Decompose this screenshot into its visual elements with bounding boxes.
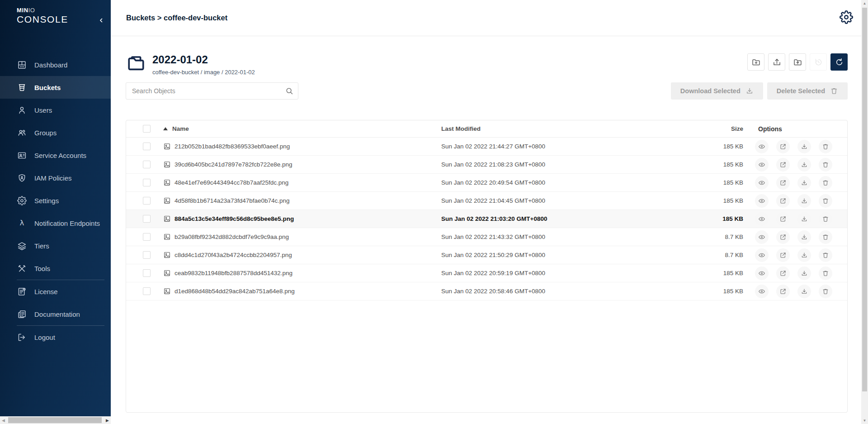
download-object-button[interactable] xyxy=(797,230,811,244)
object-row[interactable]: c8dd4c1d270f43a2b4724ccbb2204957.pngSun … xyxy=(126,246,847,264)
sidebar-item-buckets[interactable]: Buckets xyxy=(0,76,111,99)
delete-object-button[interactable] xyxy=(819,140,832,153)
row-checkbox[interactable] xyxy=(143,197,151,205)
object-row[interactable]: 212b052b1bad482fb8369533ebf0aeef.pngSun … xyxy=(126,138,847,156)
new-path-button[interactable] xyxy=(747,53,764,71)
gear-icon xyxy=(840,10,853,24)
preview-button[interactable] xyxy=(755,248,769,262)
row-checkbox[interactable] xyxy=(143,269,151,277)
object-name: 48e41ef7e69c443494cc78b7aaf25fdc.png xyxy=(175,179,288,186)
row-checkbox[interactable] xyxy=(143,215,151,223)
open-object-button[interactable] xyxy=(776,285,790,298)
sidebar-item-license[interactable]: License xyxy=(0,280,111,303)
object-row[interactable]: ceab9832b11948bfb2887578dd451432.pngSun … xyxy=(126,264,847,282)
download-object-button[interactable] xyxy=(797,140,811,153)
scroll-down-arrow-icon[interactable]: ▼ xyxy=(861,419,868,423)
scroll-up-arrow-icon[interactable]: ▲ xyxy=(861,1,868,5)
preview-icon xyxy=(758,161,765,168)
row-checkbox[interactable] xyxy=(143,287,151,295)
row-checkbox[interactable] xyxy=(143,179,151,186)
preview-button[interactable] xyxy=(755,194,769,208)
select-all-checkbox[interactable] xyxy=(143,125,151,133)
preview-button[interactable] xyxy=(755,158,769,172)
search-input[interactable] xyxy=(126,82,298,100)
open-object-button[interactable] xyxy=(776,158,790,172)
sidebar-horizontal-scrollbar[interactable]: ◀ ▶ xyxy=(0,416,111,424)
sidebar-collapse-button[interactable] xyxy=(96,15,106,25)
object-row[interactable]: 39cd6b405bc241d7897e782fcb722e8e.pngSun … xyxy=(126,156,847,174)
open-object-icon xyxy=(779,197,787,205)
sidebar-item-tiers[interactable]: Tiers xyxy=(0,234,111,257)
sidebar-item-groups[interactable]: Groups xyxy=(0,121,111,144)
sidebar-item-users[interactable]: Users xyxy=(0,99,111,121)
row-checkbox[interactable] xyxy=(143,233,151,241)
delete-object-button[interactable] xyxy=(819,158,832,172)
row-checkbox[interactable] xyxy=(143,251,151,259)
open-object-button[interactable] xyxy=(776,230,790,244)
download-object-button[interactable] xyxy=(797,285,811,298)
download-object-button[interactable] xyxy=(797,212,811,226)
delete-object-button[interactable] xyxy=(819,248,832,262)
row-checkbox[interactable] xyxy=(143,161,151,168)
preview-button[interactable] xyxy=(755,212,769,226)
upload-file-button[interactable] xyxy=(768,53,785,71)
download-selected-button[interactable]: Download Selected xyxy=(671,82,763,100)
open-object-button[interactable] xyxy=(776,267,790,280)
open-object-icon xyxy=(779,179,787,186)
image-file-icon xyxy=(163,233,171,241)
open-object-button[interactable] xyxy=(776,212,790,226)
open-object-button[interactable] xyxy=(776,248,790,262)
object-row[interactable]: d1ed868d48b54dd29ac842ab751a64e8.pngSun … xyxy=(126,282,847,300)
preview-button[interactable] xyxy=(755,140,769,153)
preview-button[interactable] xyxy=(755,230,769,244)
breadcrumb[interactable]: Buckets > coffee-dev-bucket xyxy=(126,14,227,22)
refresh-button[interactable] xyxy=(830,53,848,71)
delete-object-button[interactable] xyxy=(819,230,832,244)
download-object-icon xyxy=(801,179,808,186)
vertical-scrollbar-thumb[interactable] xyxy=(862,8,867,391)
row-checkbox[interactable] xyxy=(143,143,151,150)
delete-object-button[interactable] xyxy=(819,285,832,298)
page-vertical-scrollbar[interactable]: ▲ ▼ xyxy=(861,0,868,424)
object-row[interactable]: 48e41ef7e69c443494cc78b7aaf25fdc.pngSun … xyxy=(126,174,847,192)
delete-object-button[interactable] xyxy=(819,267,832,280)
download-object-button[interactable] xyxy=(797,194,811,208)
column-header-name[interactable]: Name xyxy=(151,125,431,132)
download-object-button[interactable] xyxy=(797,176,811,190)
upload-folder-button[interactable] xyxy=(789,53,806,71)
preview-button[interactable] xyxy=(755,285,769,298)
open-object-button[interactable] xyxy=(776,140,790,153)
open-object-button[interactable] xyxy=(776,194,790,208)
delete-object-button[interactable] xyxy=(819,212,832,226)
sidebar-item-iam-policies[interactable]: IAM Policies xyxy=(0,167,111,189)
horizontal-scrollbar-thumb[interactable] xyxy=(8,417,102,423)
sidebar-item-service-accounts[interactable]: Service Accounts xyxy=(0,144,111,167)
object-row[interactable]: b29a08fbf92342d882dcbdf7e9c9c9aa.pngSun … xyxy=(126,228,847,246)
sidebar-item-documentation[interactable]: Documentation xyxy=(0,303,111,325)
sidebar-item-settings[interactable]: Settings xyxy=(0,189,111,212)
settings-gear-button[interactable] xyxy=(840,10,853,25)
folder-plus-icon xyxy=(751,57,761,67)
sidebar-item-logout[interactable]: Logout xyxy=(0,326,111,348)
preview-button[interactable] xyxy=(755,267,769,280)
open-object-button[interactable] xyxy=(776,176,790,190)
delete-object-button[interactable] xyxy=(819,194,832,208)
rewind-button[interactable] xyxy=(810,53,827,71)
object-row[interactable]: 884a5c13c5e34eff89c56d8c95bee8e5.pngSun … xyxy=(126,210,847,228)
sidebar-item-notification-endpoints[interactable]: λNotification Endpoints xyxy=(0,212,111,234)
sidebar-item-tools[interactable]: Tools xyxy=(0,257,111,280)
delete-object-button[interactable] xyxy=(819,176,832,190)
scroll-left-arrow-icon[interactable]: ◀ xyxy=(2,416,5,424)
object-row[interactable]: 4d58f8b1b6714a23a73fd47bfae0b74c.pngSun … xyxy=(126,192,847,210)
download-object-button[interactable] xyxy=(797,248,811,262)
sidebar-item-dashboard[interactable]: Dashboard xyxy=(0,53,111,76)
download-object-icon xyxy=(801,270,808,277)
selection-actions: Download Selected Delete Selected xyxy=(671,82,848,100)
download-object-button[interactable] xyxy=(797,158,811,172)
scroll-right-arrow-icon[interactable]: ▶ xyxy=(106,416,109,424)
object-size: 185 KB xyxy=(693,197,743,204)
preview-button[interactable] xyxy=(755,176,769,190)
object-path-breadcrumb[interactable]: coffee-dev-bucket / image / 2022-01-02 xyxy=(152,69,255,76)
download-object-button[interactable] xyxy=(797,267,811,280)
delete-selected-button[interactable]: Delete Selected xyxy=(767,82,848,100)
